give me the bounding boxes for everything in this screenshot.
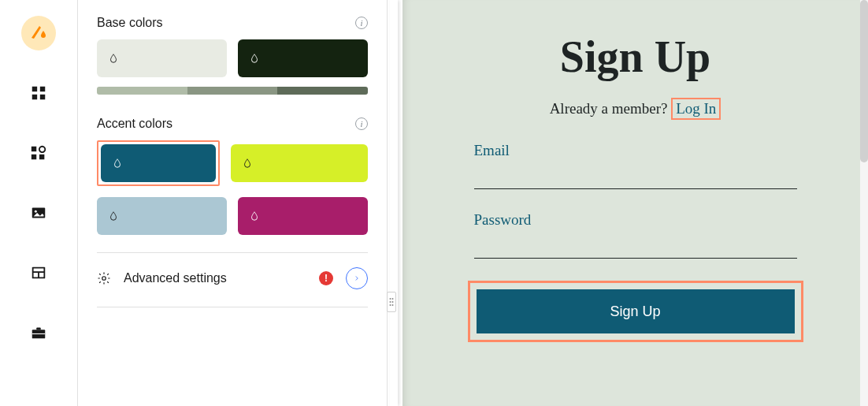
base-colors-title: Base colors bbox=[97, 16, 163, 30]
drop-icon bbox=[108, 53, 119, 64]
svg-rect-6 bbox=[39, 155, 44, 159]
accent-swatches-row2 bbox=[97, 197, 368, 235]
base-swatch-1[interactable] bbox=[97, 39, 227, 77]
signup-title: Sign Up bbox=[447, 32, 824, 82]
briefcase-icon bbox=[30, 324, 47, 341]
svg-point-18 bbox=[392, 298, 394, 300]
gear-icon bbox=[97, 271, 111, 285]
login-highlight: Log In bbox=[671, 98, 721, 120]
panel-resizer[interactable] bbox=[387, 0, 402, 406]
advanced-settings-label: Advanced settings bbox=[124, 271, 306, 285]
widgets-icon bbox=[30, 144, 47, 162]
member-line: Already a member? Log In bbox=[447, 98, 824, 120]
email-label: Email bbox=[474, 142, 797, 159]
chevron-right-icon bbox=[353, 274, 361, 282]
svg-rect-3 bbox=[40, 95, 45, 99]
svg-rect-5 bbox=[32, 155, 36, 159]
svg-point-8 bbox=[35, 210, 37, 213]
svg-rect-10 bbox=[34, 269, 44, 272]
svg-point-19 bbox=[390, 301, 391, 303]
signup-button[interactable]: Sign Up bbox=[477, 289, 795, 333]
drop-icon bbox=[112, 158, 123, 169]
svg-point-16 bbox=[102, 277, 106, 281]
signup-button-highlight: Sign Up bbox=[468, 281, 803, 342]
rail-theme[interactable] bbox=[21, 16, 56, 50]
signup-form: Sign Up Already a member? Log In Email P… bbox=[447, 32, 824, 342]
accent-swatch-1[interactable] bbox=[101, 144, 216, 182]
svg-point-20 bbox=[392, 301, 394, 303]
theme-icon bbox=[29, 24, 48, 43]
svg-point-17 bbox=[390, 298, 391, 300]
svg-rect-15 bbox=[32, 333, 46, 334]
selected-accent-highlight bbox=[97, 140, 220, 186]
password-field[interactable] bbox=[474, 240, 797, 259]
password-label: Password bbox=[474, 211, 797, 229]
svg-rect-14 bbox=[36, 328, 41, 330]
expand-advanced-button[interactable] bbox=[346, 267, 368, 289]
warning-badge: ! bbox=[319, 271, 333, 285]
svg-rect-1 bbox=[40, 87, 45, 91]
grid-icon bbox=[30, 84, 47, 102]
panel-divider bbox=[97, 307, 368, 307]
rail-briefcase[interactable] bbox=[21, 315, 56, 350]
svg-rect-2 bbox=[32, 95, 37, 99]
accent-swatches-row1 bbox=[97, 140, 368, 186]
base-gradient-bar bbox=[97, 87, 368, 95]
accent-swatch-4[interactable] bbox=[238, 197, 368, 235]
drop-icon bbox=[108, 210, 119, 222]
base-swatch-2[interactable] bbox=[238, 39, 368, 77]
svg-point-22 bbox=[392, 304, 394, 306]
svg-rect-12 bbox=[39, 273, 43, 277]
layout-icon bbox=[30, 264, 47, 281]
rail-layout[interactable] bbox=[21, 255, 56, 290]
rail-grid[interactable] bbox=[21, 76, 56, 110]
drop-icon bbox=[242, 158, 253, 169]
email-field[interactable] bbox=[474, 170, 797, 189]
panel-divider bbox=[97, 252, 368, 253]
base-swatches bbox=[97, 39, 368, 77]
rail-widgets[interactable] bbox=[21, 136, 56, 170]
scrollbar-thumb[interactable] bbox=[860, 0, 868, 162]
member-text: Already a member? bbox=[550, 100, 672, 117]
resizer-handle[interactable] bbox=[387, 292, 396, 312]
svg-rect-0 bbox=[32, 87, 37, 91]
login-link[interactable]: Log In bbox=[676, 100, 716, 117]
settings-panel: Base colors i Accent colors i bbox=[78, 0, 387, 406]
advanced-settings-row[interactable]: Advanced settings ! bbox=[97, 267, 368, 289]
info-icon[interactable]: i bbox=[355, 117, 368, 130]
drop-icon bbox=[249, 53, 260, 64]
svg-rect-11 bbox=[34, 273, 39, 277]
rail-image[interactable] bbox=[21, 196, 56, 230]
svg-rect-4 bbox=[32, 147, 36, 151]
preview-scrollbar[interactable] bbox=[860, 0, 868, 406]
svg-point-21 bbox=[390, 304, 391, 306]
accent-colors-title: Accent colors bbox=[97, 117, 172, 131]
accent-swatch-2[interactable] bbox=[231, 144, 368, 182]
accent-swatch-3[interactable] bbox=[97, 197, 227, 235]
info-icon[interactable]: i bbox=[355, 17, 368, 29]
icon-rail bbox=[0, 0, 77, 406]
drop-icon bbox=[249, 210, 260, 222]
image-icon bbox=[30, 204, 47, 222]
drag-handle-icon bbox=[389, 297, 394, 307]
preview-pane: Sign Up Already a member? Log In Email P… bbox=[402, 0, 868, 406]
